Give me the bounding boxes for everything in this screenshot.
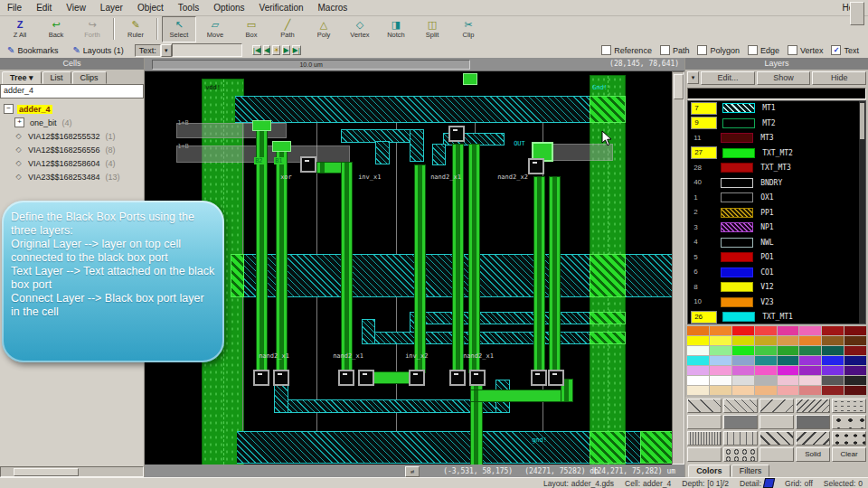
scrollbar-thumb[interactable]: [674, 74, 684, 99]
mt1-mt2-overlap[interactable]: [590, 254, 626, 297]
mt2-wire[interactable]: [414, 164, 426, 373]
pattern-swatch-pt-fill2[interactable]: [796, 415, 830, 429]
filter-vertex[interactable]: Vertex: [788, 45, 824, 55]
port-box[interactable]: [253, 370, 269, 386]
color-swatch[interactable]: [755, 356, 777, 365]
port-box[interactable]: [449, 370, 466, 386]
layer-swatch-OX1[interactable]: [721, 192, 753, 202]
port-box[interactable]: [531, 370, 547, 386]
color-swatch[interactable]: [687, 336, 709, 345]
text-search-input[interactable]: [172, 43, 242, 57]
pattern-swatch-pt-circles[interactable]: [723, 447, 758, 462]
path-button[interactable]: ╱Path: [270, 16, 305, 42]
pattern-swatch-pt-weave[interactable]: [760, 447, 794, 462]
color-swatch[interactable]: [732, 386, 754, 395]
color-swatch[interactable]: [710, 346, 731, 355]
color-swatch[interactable]: [732, 356, 754, 365]
color-swatch[interactable]: [732, 366, 754, 375]
mt1-wire[interactable]: [362, 319, 375, 344]
cells-horizontal-scrollbar[interactable]: [0, 466, 144, 477]
layer-swatch-V23[interactable]: [721, 297, 753, 307]
color-swatch[interactable]: [755, 336, 777, 345]
coord-mode-icon[interactable]: ⇄: [405, 466, 420, 477]
tab-list[interactable]: List: [42, 71, 71, 84]
color-swatch[interactable]: [822, 346, 844, 355]
tree-item-VIA23$$168253484[interactable]: ◇VIA23$$168253484(13): [4, 170, 144, 183]
layer-row-TXT_MT1[interactable]: 26TXT_MT1: [688, 310, 865, 324]
color-swatch[interactable]: [799, 336, 821, 345]
layer-swatch-CO1[interactable]: [721, 267, 753, 277]
color-swatch[interactable]: [844, 336, 866, 345]
layers-filter-input[interactable]: [687, 88, 866, 99]
mt1-wire[interactable]: [432, 144, 446, 165]
port-box[interactable]: [273, 370, 289, 386]
forth-button[interactable]: ↪Forth: [75, 16, 109, 42]
layer-swatch-TXT_MT1[interactable]: [722, 312, 755, 322]
status-detail[interactable]: Detail:: [740, 478, 774, 488]
mt1-wire[interactable]: [410, 129, 424, 162]
port-box[interactable]: [300, 156, 316, 173]
nav-prev-button[interactable]: ◀: [263, 45, 270, 55]
status-grid[interactable]: Grid:off: [785, 479, 813, 488]
back-button[interactable]: ↩Back: [39, 16, 73, 42]
nav-first-button[interactable]: |◀: [252, 45, 261, 55]
menu-object[interactable]: Object: [130, 1, 171, 14]
layers-edit-button[interactable]: Edit...: [701, 71, 755, 85]
layer-row-OX1[interactable]: 1OX1: [688, 191, 865, 206]
tree-item-VIA12$$168255532[interactable]: ◇VIA12$$168255532(1): [4, 129, 144, 143]
vertex-button[interactable]: ◇Vertex: [343, 16, 377, 42]
menu-tools[interactable]: Tools: [171, 1, 206, 14]
mt2-wire[interactable]: [341, 162, 353, 373]
wire-top-cap[interactable]: [272, 141, 291, 152]
color-swatch[interactable]: [732, 336, 754, 345]
color-swatch[interactable]: [799, 366, 821, 375]
mt2-wire[interactable]: [533, 176, 545, 373]
tab-colors[interactable]: Colors: [688, 465, 731, 477]
clear-pattern-button[interactable]: Clear: [832, 447, 866, 462]
color-swatch[interactable]: [710, 336, 731, 345]
color-swatch[interactable]: [755, 346, 777, 355]
mt1-mt2-overlap[interactable]: [231, 254, 244, 297]
color-swatch[interactable]: [822, 386, 844, 395]
mt1-mt2-overlap[interactable]: [590, 332, 626, 344]
bookmarks-button[interactable]: ✎ Bookmarks: [0, 45, 65, 55]
menu-macros[interactable]: Macros: [311, 1, 355, 14]
filter-edge[interactable]: Edge: [748, 45, 779, 55]
layer-swatch-TXT_MT2[interactable]: [722, 148, 755, 158]
pattern-swatch-pt-dots1[interactable]: [832, 415, 866, 429]
layer-swatch-MT3[interactable]: [721, 133, 753, 143]
layer-swatch-MT1[interactable]: [722, 103, 755, 113]
layer-row-CO1[interactable]: 6CO1: [688, 265, 865, 280]
color-swatch[interactable]: [732, 326, 754, 335]
tree-item-adder_4[interactable]: −adder_4: [4, 102, 144, 116]
move-button[interactable]: ▱Move: [198, 16, 232, 42]
mt1-mt2-overlap[interactable]: [590, 431, 626, 464]
notch-button[interactable]: ◨Notch: [379, 16, 413, 42]
tab-tree[interactable]: Tree ▾: [2, 71, 42, 84]
pattern-swatch-pt-bdiag2[interactable]: [796, 399, 830, 413]
tree-item-one_bit[interactable]: +one_bit(4): [4, 116, 144, 129]
color-swatch[interactable]: [687, 356, 709, 365]
port-box[interactable]: [448, 126, 465, 142]
pattern-swatch-pt-scatter[interactable]: [832, 399, 866, 413]
color-swatch[interactable]: [687, 376, 709, 385]
layer-swatch-TXT_MT3[interactable]: [721, 163, 753, 173]
color-swatch[interactable]: [710, 376, 731, 385]
filter-text[interactable]: ✓Text: [831, 45, 859, 55]
pattern-swatch-pt-bdiag3[interactable]: [796, 431, 830, 446]
color-swatch[interactable]: [844, 366, 866, 375]
port-box[interactable]: [409, 370, 425, 386]
solid-pattern-button[interactable]: Solid: [796, 447, 830, 462]
menu-layer[interactable]: Layer: [93, 1, 130, 14]
color-swatch[interactable]: [799, 356, 821, 365]
nav-last-button[interactable]: ▶|: [292, 45, 301, 55]
layer-row-V12[interactable]: 8V12: [688, 280, 865, 296]
layer-row-NP1[interactable]: 3NP1: [688, 221, 865, 236]
expander-icon[interactable]: +: [14, 117, 24, 127]
color-swatch[interactable]: [710, 366, 731, 375]
scrollbar-thumb[interactable]: [860, 103, 864, 139]
box-button[interactable]: ▭Box: [234, 16, 269, 42]
pattern-swatch-pt-diag2[interactable]: [723, 399, 758, 413]
pattern-swatch-pt-mesh1[interactable]: [687, 415, 722, 429]
color-swatch[interactable]: [755, 386, 777, 395]
